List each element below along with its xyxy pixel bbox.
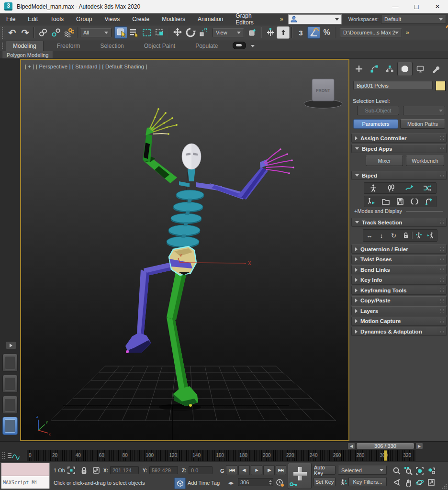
tab-create-icon[interactable] — [351, 62, 367, 76]
mini-curve-editor-button[interactable] — [5, 451, 22, 460]
sign-in-dropdown[interactable] — [288, 14, 342, 24]
zoom-extents-icon[interactable] — [414, 466, 425, 476]
chevron-down-icon[interactable] — [251, 45, 255, 47]
rollout-grip-icon[interactable] — [440, 247, 444, 251]
select-and-move-button[interactable] — [171, 26, 184, 39]
snaps-toggle-3d-button[interactable]: 3 — [294, 26, 307, 39]
time-slider-handle[interactable]: 306 / 330 — [356, 443, 414, 449]
rollout-grip-icon[interactable] — [440, 257, 444, 262]
orbit-icon[interactable] — [414, 477, 425, 488]
time-tag-cube-icon[interactable] — [174, 478, 186, 489]
select-object-button[interactable] — [114, 26, 127, 39]
time-slider-bar[interactable]: ◀ 306 / 330 ▶ — [0, 441, 448, 450]
rollout-grip-icon[interactable] — [440, 309, 444, 313]
next-frame-button[interactable]: ▶ — [415, 443, 423, 449]
window-resize-grip[interactable] — [441, 483, 447, 489]
motion-paths-button[interactable]: Motion Paths — [400, 119, 445, 129]
auto-key-button[interactable]: Auto Key — [314, 466, 336, 475]
tab-modify-icon[interactable] — [367, 62, 382, 76]
menu-item[interactable]: Create — [126, 13, 156, 25]
select-and-scale-button[interactable] — [197, 26, 210, 39]
percent-snap-toggle-button[interactable]: % — [320, 26, 333, 39]
viewport-layout-tab-2[interactable] — [2, 375, 18, 393]
rectangular-selection-region-button[interactable] — [140, 26, 153, 39]
rollout-biped[interactable]: Biped — [351, 171, 447, 180]
y-coord-field[interactable]: 592.429 — [149, 466, 178, 474]
add-time-tag-label[interactable]: Add Time Tag — [188, 480, 220, 486]
key-mode-toggle-icon[interactable]: ◀▶ — [226, 478, 235, 488]
convert-icon[interactable] — [408, 197, 421, 206]
layout-tab-bar-arrow-button[interactable] — [6, 341, 16, 349]
parameters-button[interactable]: Parameters — [353, 119, 398, 129]
sub-object-button[interactable]: Sub-Object — [357, 106, 399, 115]
maxscript-macro-line[interactable] — [1, 463, 49, 476]
project-folder-dropdown[interactable]: D:\Documen...s Max 2020 — [340, 28, 402, 37]
reference-coordinate-system-dropdown[interactable]: View — [213, 28, 244, 37]
rollout-collapsed[interactable]: Motion Capture — [351, 317, 447, 326]
tab-freeform[interactable]: Freeform — [50, 41, 87, 51]
current-frame-marker[interactable] — [384, 450, 387, 461]
ribbon-display-toggle-icon[interactable] — [233, 42, 246, 49]
select-and-rotate-button[interactable] — [184, 26, 197, 39]
save-file-icon[interactable] — [394, 197, 406, 206]
unlink-selection-icon[interactable] — [49, 26, 62, 39]
mixer-button[interactable]: Mixer — [366, 156, 403, 166]
toolbar-grip[interactable] — [1, 26, 4, 39]
current-frame-field[interactable]: 306 — [238, 478, 273, 486]
menu-item[interactable]: Edit — [22, 13, 44, 25]
tab-motion-icon[interactable] — [397, 62, 413, 76]
rollout-collapsed[interactable]: Copy/Paste — [351, 296, 447, 305]
tab-utilities-icon[interactable] — [428, 62, 443, 76]
close-button[interactable]: × — [427, 0, 448, 13]
viewport-label[interactable]: [ + ] [ Perspective ] [ Standard ] [ Def… — [25, 64, 147, 69]
selection-lock-toggle-icon[interactable] — [78, 465, 89, 476]
go-to-end-button[interactable]: ▶▶| — [276, 465, 286, 475]
menu-overflow-icon[interactable]: » — [277, 16, 286, 22]
menu-item[interactable]: Tools — [44, 13, 70, 25]
modes-and-display-separator[interactable]: +Modes and Display — [354, 208, 443, 214]
tab-modeling[interactable]: Modeling — [6, 41, 44, 51]
tab-display-icon[interactable] — [413, 62, 428, 76]
rollout-grip-icon[interactable] — [440, 329, 444, 334]
frame-ruler[interactable]: 0204060801001201401601802002202402602803… — [27, 450, 415, 461]
rollout-track-selection[interactable]: Track Selection — [351, 218, 447, 227]
viewport-layout-tab-1[interactable] — [2, 354, 18, 372]
panel-tab-polygon-modeling[interactable]: Polygon Modeling — [2, 51, 53, 58]
rollout-grip-icon[interactable] — [440, 136, 444, 140]
minimize-button[interactable]: — — [385, 0, 406, 13]
use-pivot-point-center-button[interactable] — [246, 26, 259, 39]
selection-filter-dropdown[interactable]: All — [80, 28, 112, 37]
ribbon-grip[interactable] — [1, 42, 4, 50]
biped-playback-icon[interactable] — [365, 197, 378, 206]
perspective-viewport[interactable]: X Y FRONT z x y [ + ] [ Perspective ] [ … — [20, 59, 349, 441]
undo-button[interactable]: ↶ — [6, 26, 19, 39]
object-name-field[interactable]: Bip001 Pelvis — [353, 81, 433, 90]
viewport-layout-tab-3[interactable] — [2, 396, 18, 414]
rollout-grip-icon[interactable] — [440, 267, 444, 272]
zoom-icon[interactable] — [392, 466, 402, 476]
menu-item[interactable]: Graph Editors — [229, 13, 277, 25]
maximize-button[interactable]: □ — [406, 0, 427, 13]
set-key-button[interactable]: Set Key — [314, 477, 336, 486]
rollout-assign-controller[interactable]: Assign Controller — [351, 134, 447, 143]
set-keys-button[interactable] — [288, 463, 312, 489]
tab-selection[interactable]: Selection — [93, 41, 130, 51]
menu-item[interactable]: Animation — [191, 13, 229, 25]
rollout-grip-icon[interactable] — [440, 299, 444, 303]
isolate-selection-toggle-icon[interactable] — [66, 465, 77, 476]
viewport-layout-tab-active[interactable] — [2, 417, 18, 435]
maxscript-mini-listener[interactable]: MAXScript Mi — [1, 463, 50, 489]
lock-com-keying-icon[interactable] — [400, 231, 412, 240]
pan-view-icon[interactable] — [403, 477, 414, 488]
key-filters-button[interactable]: Key Filters... — [348, 477, 387, 486]
track-bar[interactable]: 0204060801001201401601802002202402602803… — [0, 450, 448, 461]
select-and-manipulate-button[interactable] — [264, 26, 277, 39]
footstep-mode-icon[interactable] — [385, 183, 397, 193]
select-and-link-icon[interactable] — [36, 26, 49, 39]
body-rotation-icon[interactable]: ↻ — [388, 231, 400, 240]
move-all-mode-icon[interactable] — [423, 197, 435, 206]
sub-object-level-dropdown[interactable] — [403, 106, 445, 115]
z-coord-field[interactable]: 0.0 — [189, 466, 213, 474]
mixer-mode-icon[interactable] — [421, 183, 433, 193]
absolute-mode-transform-icon[interactable] — [91, 465, 101, 476]
